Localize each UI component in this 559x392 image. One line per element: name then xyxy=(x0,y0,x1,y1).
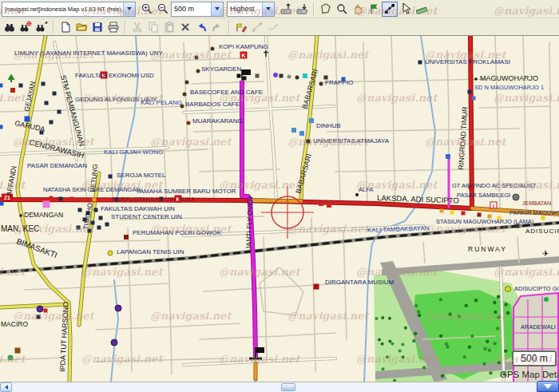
svg-text:PASAR DEMANGAN: PASAR DEMANGAN xyxy=(27,162,87,169)
toolbar-separator xyxy=(313,2,315,16)
send-to-gps-icon[interactable] xyxy=(278,2,294,17)
open-file-icon[interactable] xyxy=(73,19,89,34)
svg-text:MAN, KEC: MAN, KEC xyxy=(1,224,39,233)
svg-text:MUARAKARANG: MUARAKARANG xyxy=(192,117,243,125)
map-scale-indicator: 500 m xyxy=(512,350,557,366)
arrow-down-icon xyxy=(544,384,552,389)
svg-text:KALI GAJAH WONG: KALI GAJAH WONG xyxy=(104,148,163,156)
paste-icon xyxy=(161,19,177,34)
svg-text:K: K xyxy=(241,53,245,58)
svg-text:ARADEWALI: ARADEWALI xyxy=(521,323,556,331)
find-icon[interactable] xyxy=(2,19,18,34)
detail-level-value: Highest xyxy=(228,5,262,13)
waypoint-flag-tool-icon[interactable] xyxy=(366,2,382,17)
svg-text:PARKIR MAGUWO: PARKIR MAGUWO xyxy=(509,209,559,216)
zoom-in-icon[interactable] xyxy=(139,2,155,17)
svg-text:STASIUN MAGUWOHARJO (LAMA): STASIUN MAGUWOHARJO (LAMA) xyxy=(436,218,534,225)
svg-text:FAKULTAS EKONOMI USD: FAKULTAS EKONOMI USD xyxy=(75,72,154,79)
route-tool-icon[interactable] xyxy=(382,2,398,17)
delete-icon[interactable] xyxy=(177,19,193,34)
svg-text:FAKULTAS DAKWAH UIN: FAKULTAS DAKWAH UIN xyxy=(101,205,175,212)
svg-text:DEMANGAN: DEMANGAN xyxy=(24,211,63,219)
gps-map-detail-label: GPS Map Detail xyxy=(500,370,559,379)
print-icon[interactable] xyxy=(105,19,121,34)
arrow-left-icon xyxy=(5,385,8,390)
redo-icon xyxy=(209,19,225,34)
toolbar-separator xyxy=(53,20,54,34)
svg-text:PERPUSTAKAAN UIN SUKA: PERPUSTAKAAN UIN SUKA xyxy=(112,196,196,203)
svg-text:GT AIRVINDO AC SPECIALIST: GT AIRVINDO AC SPECIALIST xyxy=(452,182,537,189)
measure-tool-icon[interactable] xyxy=(414,2,430,17)
map-product-select[interactable]: [navigasi.net]Indonesia Map v1.63 NT (fr… xyxy=(2,2,136,17)
toolbar-main: [navigasi.net]Indonesia Map v1.63 NT (fr… xyxy=(0,0,559,18)
svg-text:BARBADOS CAFE: BARBADOS CAFE xyxy=(185,101,240,108)
zoom-out-icon[interactable] xyxy=(155,2,171,17)
svg-text:ADISUCIPTO GOLF: ADISUCIPTO GOLF xyxy=(514,285,559,292)
svg-text:KALI PELANG: KALI PELANG xyxy=(141,99,182,106)
detail-level-select[interactable]: Highest xyxy=(227,2,275,17)
recently-found-icon[interactable] xyxy=(34,19,50,34)
map-product-value: [navigasi.net]Indonesia Map v1.63 NT (fr… xyxy=(2,6,123,13)
svg-text:UNIVERSITAS ATMAJAYA: UNIVERSITAS ATMAJAYA xyxy=(313,137,390,145)
svg-text:SKYGARDEN: SKYGARDEN xyxy=(201,65,241,73)
chevron-down-icon[interactable] xyxy=(123,2,135,16)
svg-text:PASAR SAMBILEGI: PASAR SAMBILEGI xyxy=(457,192,510,199)
scroll-down-button[interactable] xyxy=(537,381,559,392)
scroll-left-button[interactable] xyxy=(0,382,12,392)
receive-from-gps-icon[interactable] xyxy=(294,2,310,17)
svg-text:STUDENT CENTER UIN: STUDENT CENTER UIN xyxy=(111,213,182,220)
toolbar-separator xyxy=(125,20,126,34)
svg-text:YAMAHA SUMBER BARU MOTOR: YAMAHA SUMBER BARU MOTOR xyxy=(136,188,236,195)
track-draw-icon xyxy=(265,19,281,34)
svg-text:DINHUB: DINHUB xyxy=(316,122,341,129)
map-select-tool-icon[interactable] xyxy=(318,2,334,17)
save-icon[interactable] xyxy=(89,19,105,34)
svg-text:ALFA: ALFA xyxy=(359,186,373,193)
chevron-down-icon[interactable] xyxy=(211,2,223,16)
mapsource-window: [navigasi.net]Indonesia Map v1.63 NT (fr… xyxy=(0,0,559,392)
svg-text:KOPI KAMPUNG: KOPI KAMPUNG xyxy=(219,43,268,50)
map-viewport[interactable]: KKK211✈LIMUNY (LAYANAN INTERNET MAHASISW… xyxy=(0,35,559,382)
svg-text:NATASHA SKIN CARE DEMANGAN: NATASHA SKIN CARE DEMANGAN xyxy=(43,186,141,193)
svg-text:LAPANGAN TENIS UIN: LAPANGAN TENIS UIN xyxy=(117,248,184,255)
svg-text:JEMBATAN: JEMBATAN xyxy=(522,200,551,206)
copy-icon xyxy=(145,19,161,34)
svg-text:SEROJA MOTEL: SEROJA MOTEL xyxy=(117,172,166,179)
new-document-icon[interactable] xyxy=(57,19,73,34)
scrollbar-thumb[interactable] xyxy=(281,383,295,391)
svg-text:SD N MAGUWOHARJO 1: SD N MAGUWOHARJO 1 xyxy=(474,84,544,91)
hand-tool-icon[interactable] xyxy=(350,2,366,17)
zoom-scale-select[interactable]: 500 m xyxy=(171,2,224,17)
zoom-tool-icon[interactable] xyxy=(334,2,350,17)
toolbar-standard xyxy=(0,18,559,35)
selection-tool-icon[interactable] xyxy=(398,2,414,17)
svg-text:FRAPPIO: FRAPPIO xyxy=(325,79,353,86)
route-draw-icon xyxy=(249,19,265,34)
zoom-scale-value: 500 m xyxy=(172,5,211,13)
svg-text:PERUMAHAN POLRI GOWOK: PERUMAHAN POLRI GOWOK xyxy=(133,229,222,236)
svg-text:BASECOFEE AND CAFE: BASECOFEE AND CAFE xyxy=(190,89,263,96)
toolbar-separator xyxy=(228,20,230,34)
svg-text:LIMUNY (LAYANAN INTERNET MAHAS: LIMUNY (LAYANAN INTERNET MAHASISWA) UNY xyxy=(14,49,163,57)
find-nearest-icon[interactable] xyxy=(18,19,34,34)
svg-text:MAGUWOHARJO: MAGUWOHARJO xyxy=(480,74,538,82)
map-canvas[interactable]: KKK211✈LIMUNY (LAYANAN INTERNET MAHASISW… xyxy=(0,36,559,382)
waypoint-draw-icon[interactable] xyxy=(233,19,249,34)
svg-text:RUNWAY: RUNWAY xyxy=(468,245,507,253)
chevron-down-icon[interactable] xyxy=(262,2,274,16)
svg-text:ADISUCIPTO: ADISUCIPTO xyxy=(525,228,559,235)
cut-icon xyxy=(129,19,145,34)
undo-icon[interactable] xyxy=(193,19,209,34)
svg-text:UNIVERSITAS PROKLAMASI: UNIVERSITAS PROKLAMASI xyxy=(425,58,510,65)
svg-text:MACIRO: MACIRO xyxy=(1,320,28,328)
residential-grid xyxy=(513,293,558,382)
svg-text:✈: ✈ xyxy=(542,249,549,258)
svg-text:DIRGANTARA MUSIUM: DIRGANTARA MUSIUM xyxy=(325,279,394,286)
horizontal-scrollbar[interactable] xyxy=(0,382,559,392)
